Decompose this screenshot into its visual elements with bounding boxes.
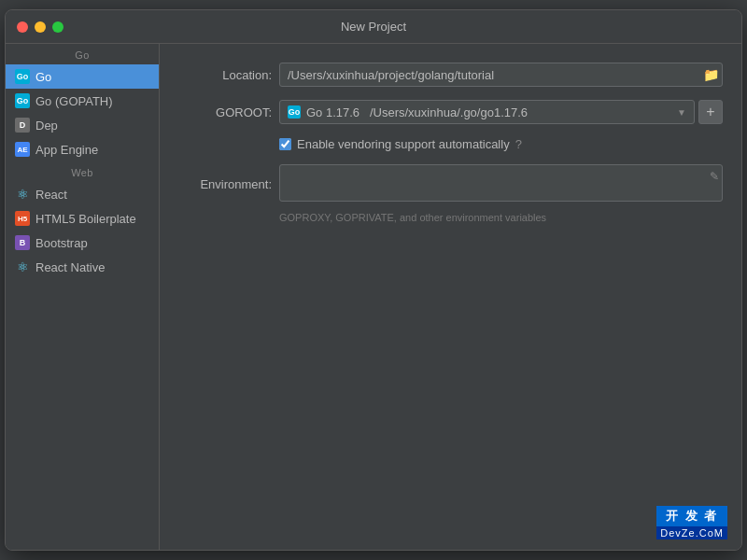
environment-edit-icon[interactable]: ✎ (710, 170, 719, 183)
content-area: Go Go Go Go Go (GOPATH) D Dep AE App Eng… (6, 44, 741, 550)
vendor-help-icon[interactable]: ? (515, 137, 522, 151)
location-folder-button[interactable]: 📁 (703, 67, 719, 82)
environment-label: Environment: (178, 177, 272, 191)
sidebar-item-appengine[interactable]: AE App Engine (6, 137, 159, 161)
close-button[interactable] (17, 21, 28, 33)
group-header-go: Go (6, 44, 159, 64)
go-icon: Go (15, 69, 30, 84)
traffic-lights (17, 21, 63, 33)
location-label: Location: (178, 68, 272, 82)
sidebar-item-gopath[interactable]: Go Go (GOPATH) (6, 89, 159, 113)
location-field: 📁 (279, 63, 723, 87)
goroot-select-content: Go Go 1.17.6 /Users/xuxinhua/.go/go1.17.… (288, 105, 528, 119)
goroot-version-text: Go 1.17.6 /Users/xuxinhua/.go/go1.17.6 (306, 105, 528, 119)
sidebar-item-react[interactable]: ⚛ React (6, 182, 159, 206)
sidebar-item-react-native[interactable]: ⚛ React Native (6, 255, 159, 279)
add-goroot-button[interactable]: + (698, 100, 723, 124)
react-icon: ⚛ (15, 187, 30, 202)
environment-input[interactable] (279, 164, 723, 202)
sidebar-label-go: Go (35, 70, 51, 84)
environment-field: ✎ (279, 164, 723, 204)
environment-input-wrap: ✎ (279, 164, 723, 204)
minimize-button[interactable] (35, 21, 46, 33)
environment-row: Environment: ✎ (178, 164, 723, 204)
goroot-field: Go Go 1.17.6 /Users/xuxinhua/.go/go1.17.… (279, 100, 723, 124)
vendor-label: Enable vendoring support automatically (297, 137, 510, 151)
bootstrap-icon: B (15, 235, 30, 250)
maximize-button[interactable] (52, 21, 63, 33)
go-version-badge: Go (288, 105, 301, 119)
vendor-checkbox-row: Enable vendoring support automatically ? (178, 137, 723, 151)
location-row: Location: 📁 (178, 63, 723, 87)
goroot-row: GOROOT: Go Go 1.17.6 /Users/xuxinhua/.go… (178, 100, 723, 124)
sidebar-label-react: React (35, 188, 67, 202)
new-project-window: New Project Go Go Go Go Go (GOPATH) D De… (5, 9, 742, 551)
vendor-checkbox[interactable] (279, 138, 291, 150)
html5-icon: H5 (15, 211, 30, 226)
location-input[interactable] (279, 63, 723, 87)
react-native-icon: ⚛ (15, 259, 30, 274)
sidebar-item-go[interactable]: Go Go (6, 64, 159, 89)
sidebar-item-dep[interactable]: D Dep (6, 113, 159, 137)
goroot-select[interactable]: Go Go 1.17.6 /Users/xuxinhua/.go/go1.17.… (279, 100, 695, 124)
sidebar-label-html5: HTML5 Boilerplate (35, 212, 136, 226)
location-input-wrap: 📁 (279, 63, 723, 87)
go-gopath-icon: Go (15, 93, 30, 108)
sidebar-label-appengine: App Engine (35, 143, 98, 157)
sidebar-label-react-native: React Native (35, 260, 105, 274)
title-bar: New Project (6, 10, 741, 44)
chevron-down-icon: ▼ (677, 107, 686, 118)
sidebar-label-gopath: Go (GOPATH) (35, 94, 113, 108)
sidebar-label-dep: Dep (35, 119, 58, 133)
main-panel: Location: 📁 GOROOT: Go (160, 44, 741, 550)
sidebar-item-html5[interactable]: H5 HTML5 Boilerplate (6, 206, 159, 231)
appengine-icon: AE (15, 142, 30, 157)
sidebar: Go Go Go Go Go (GOPATH) D Dep AE App Eng… (6, 44, 160, 550)
window-title: New Project (341, 20, 406, 34)
sidebar-item-bootstrap[interactable]: B Bootstrap (6, 231, 159, 255)
sidebar-label-bootstrap: Bootstrap (35, 236, 88, 250)
environment-hint: GOPROXY, GOPRIVATE, and other environmen… (178, 212, 723, 223)
dep-icon: D (15, 118, 30, 133)
goroot-label: GOROOT: (178, 105, 272, 119)
group-header-web: Web (6, 161, 159, 182)
